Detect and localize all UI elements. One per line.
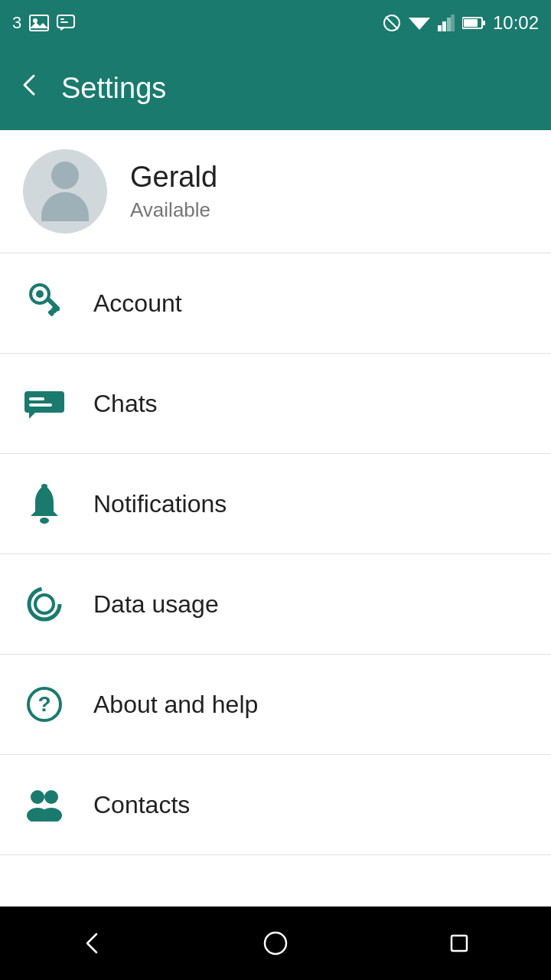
app-bar-title: Settings: [61, 72, 166, 105]
app-bar: Settings: [0, 46, 551, 130]
nav-back-button[interactable]: [67, 919, 116, 968]
svg-point-30: [31, 790, 44, 804]
profile-info: Gerald Available: [130, 161, 217, 222]
menu-item-notifications[interactable]: Notifications: [0, 454, 551, 554]
menu-label-contacts: Contacts: [93, 791, 190, 819]
profile-section[interactable]: Gerald Available: [0, 130, 551, 253]
svg-rect-22: [29, 403, 52, 407]
status-right: 10:02: [383, 12, 539, 34]
svg-point-25: [40, 518, 49, 524]
svg-point-1: [33, 18, 37, 23]
help-icon: ?: [23, 683, 66, 726]
svg-rect-11: [451, 15, 455, 31]
status-bar: 3: [0, 0, 551, 46]
contacts-svg: [24, 788, 65, 822]
nav-back-icon: [78, 929, 106, 957]
battery-icon: [462, 16, 485, 30]
avatar-head: [51, 162, 79, 189]
menu-label-notifications: Notifications: [93, 490, 227, 518]
svg-rect-13: [464, 19, 478, 27]
menu-item-about-help[interactable]: ? About and help: [0, 655, 551, 754]
menu-item-chats[interactable]: Chats: [0, 354, 551, 453]
bell-icon: [23, 482, 66, 525]
avatar-body: [41, 192, 89, 221]
svg-rect-21: [29, 397, 44, 400]
divider-contacts: [0, 854, 551, 855]
menu-item-data-usage[interactable]: Data usage: [0, 554, 551, 654]
svg-line-6: [386, 17, 398, 29]
menu-label-account: Account: [93, 289, 182, 318]
profile-name: Gerald: [130, 161, 217, 194]
data-usage-icon: [23, 583, 66, 626]
bbm-icon: [57, 15, 75, 31]
signal-icon: [438, 15, 455, 31]
nav-home-button[interactable]: [251, 919, 300, 968]
status-number: 3: [12, 13, 21, 33]
menu-item-contacts[interactable]: Contacts: [0, 755, 551, 854]
image-icon: [29, 15, 49, 31]
svg-rect-9: [442, 21, 446, 31]
menu-list: Account Chats Notifications: [0, 253, 551, 855]
bottom-nav: [0, 906, 551, 980]
nav-recents-icon: [445, 929, 473, 957]
back-arrow-icon: [18, 73, 43, 97]
svg-rect-4: [60, 21, 68, 23]
svg-marker-23: [29, 413, 35, 419]
svg-rect-20: [24, 391, 64, 413]
contacts-icon: [23, 783, 66, 826]
help-svg: ?: [27, 687, 62, 722]
svg-text:?: ?: [37, 692, 51, 716]
svg-point-27: [35, 595, 54, 613]
data-svg: [26, 586, 63, 622]
svg-marker-7: [409, 18, 430, 30]
svg-point-16: [36, 290, 44, 298]
nav-recents-button[interactable]: [435, 919, 484, 968]
avatar-person: [41, 162, 89, 221]
svg-point-32: [44, 790, 58, 804]
status-left: 3: [12, 13, 75, 33]
svg-rect-8: [438, 25, 442, 31]
svg-rect-24: [41, 484, 47, 488]
wifi-icon: [409, 15, 430, 31]
back-button[interactable]: [18, 72, 43, 104]
nav-home-icon: [262, 929, 289, 957]
chats-icon: [23, 382, 66, 425]
svg-point-34: [265, 933, 286, 954]
svg-rect-3: [60, 18, 64, 20]
menu-label-data-usage: Data usage: [93, 590, 219, 619]
svg-rect-10: [447, 18, 451, 31]
svg-rect-14: [482, 21, 485, 25]
menu-label-about-help: About and help: [93, 691, 258, 719]
bell-svg: [28, 484, 61, 524]
key-icon: [23, 282, 66, 325]
svg-rect-35: [452, 936, 467, 951]
menu-label-chats: Chats: [93, 390, 158, 418]
status-time: 10:02: [493, 12, 539, 34]
avatar: [23, 149, 107, 234]
chats-svg: [24, 388, 64, 419]
profile-status: Available: [130, 198, 217, 222]
key-svg: [29, 283, 60, 323]
menu-item-account[interactable]: Account: [0, 253, 551, 353]
no-signal-icon: [383, 14, 401, 32]
